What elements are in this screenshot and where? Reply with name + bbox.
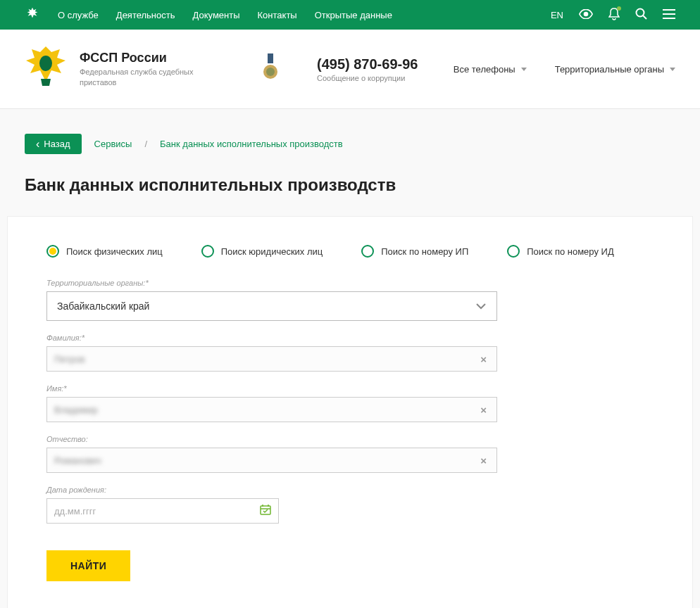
- top-navbar: О службе Деятельность Документы Контакты…: [0, 0, 700, 30]
- site-title: ФССП России: [80, 51, 220, 65]
- patronymic-label: Отчество:: [46, 435, 654, 443]
- name-value: Владимир: [54, 405, 477, 415]
- breadcrumb-current: Банк данных исполнительных производств: [160, 139, 343, 149]
- phone-number: (495) 870-69-96: [317, 56, 418, 72]
- radio-id-number[interactable]: Поиск по номеру ИД: [507, 245, 613, 258]
- breadcrumb-row: Назад Сервисы / Банк данных исполнительн…: [0, 109, 700, 168]
- radio-icon: [361, 245, 374, 258]
- radio-individuals[interactable]: Поиск физических лиц: [46, 245, 163, 258]
- radio-legal-entities[interactable]: Поиск юридических лиц: [201, 245, 323, 258]
- notifications-icon[interactable]: [608, 8, 620, 23]
- chevron-down-icon: [475, 303, 487, 310]
- page-title: Банк данных исполнительных производств: [0, 168, 700, 216]
- radio-icon: [46, 245, 59, 258]
- calendar-icon[interactable]: [260, 504, 271, 518]
- radio-label: Поиск юридических лиц: [221, 246, 323, 257]
- surname-input[interactable]: Петров ×: [46, 346, 497, 372]
- clear-icon[interactable]: ×: [477, 404, 489, 416]
- language-switch[interactable]: EN: [551, 10, 563, 20]
- svg-point-6: [39, 56, 52, 71]
- search-type-radios: Поиск физических лиц Поиск юридических л…: [46, 245, 654, 258]
- patronymic-value: Романович: [54, 455, 477, 466]
- svg-point-0: [585, 12, 588, 15]
- name-input[interactable]: Владимир ×: [46, 397, 497, 422]
- radio-icon: [201, 245, 214, 258]
- region-field: Территориальные органы:* Забайкальский к…: [46, 279, 654, 321]
- nav-open-data[interactable]: Открытые данные: [315, 10, 392, 20]
- dob-field: Дата рождения: дд.мм.гггг: [46, 486, 654, 524]
- search-form-panel: Поиск физических лиц Поиск юридических л…: [7, 216, 693, 608]
- nav-activity[interactable]: Деятельность: [116, 10, 175, 20]
- region-value: Забайкальский край: [57, 300, 149, 312]
- svg-point-9: [266, 68, 275, 76]
- territorial-label: Территориальные органы: [555, 64, 664, 75]
- top-right-controls: EN: [551, 8, 675, 23]
- top-nav-links: О службе Деятельность Документы Контакты…: [58, 10, 551, 20]
- surname-label: Фамилия:*: [46, 334, 654, 342]
- svg-line-2: [643, 15, 646, 19]
- radio-label: Поиск физических лиц: [66, 246, 163, 257]
- search-button[interactable]: НАЙТИ: [46, 550, 130, 581]
- breadcrumb-separator: /: [144, 139, 147, 149]
- surname-value: Петров: [54, 354, 477, 365]
- search-icon[interactable]: [635, 8, 647, 22]
- fssp-emblem-icon: [25, 45, 67, 93]
- svg-point-1: [637, 9, 644, 17]
- dob-placeholder: дд.мм.гггг: [54, 506, 260, 517]
- name-label: Имя:*: [46, 384, 654, 393]
- clear-icon[interactable]: ×: [477, 353, 489, 365]
- site-header: ФССП России Федеральная служба судебных …: [0, 30, 700, 109]
- nav-contacts[interactable]: Контакты: [258, 10, 297, 20]
- nav-documents[interactable]: Документы: [193, 10, 240, 20]
- svg-rect-7: [268, 53, 273, 63]
- back-button[interactable]: Назад: [25, 134, 82, 154]
- name-field: Имя:* Владимир ×: [46, 384, 654, 422]
- surname-field: Фамилия:* Петров ×: [46, 334, 654, 372]
- svg-rect-10: [261, 506, 270, 514]
- radio-icon: [507, 245, 520, 258]
- header-dropdowns: Все телефоны Территориальные органы: [454, 64, 675, 75]
- chevron-down-icon: [670, 68, 675, 71]
- medal-icon: [263, 53, 278, 84]
- site-subtitle: Федеральная служба судебных приставов: [80, 67, 220, 87]
- all-phones-label: Все телефоны: [454, 64, 515, 75]
- dob-label: Дата рождения:: [46, 486, 654, 494]
- all-phones-dropdown[interactable]: Все телефоны: [454, 64, 527, 75]
- territorial-dropdown[interactable]: Территориальные органы: [555, 64, 675, 75]
- breadcrumb-services[interactable]: Сервисы: [94, 139, 132, 149]
- clear-icon[interactable]: ×: [477, 455, 489, 467]
- accessibility-icon[interactable]: [579, 9, 593, 21]
- chevron-down-icon: [521, 68, 527, 71]
- menu-icon[interactable]: [663, 9, 675, 21]
- radio-ip-number[interactable]: Поиск по номеру ИП: [361, 245, 468, 258]
- site-title-block: ФССП России Федеральная служба судебных …: [80, 51, 220, 87]
- dob-input[interactable]: дд.мм.гггг: [46, 498, 279, 524]
- gov-emblem-icon: [25, 6, 40, 24]
- patronymic-field: Отчество: Романович ×: [46, 435, 654, 473]
- phone-block: (495) 870-69-96 Сообщение о коррупции: [317, 56, 418, 82]
- region-label: Территориальные органы:*: [46, 279, 654, 287]
- patronymic-input[interactable]: Романович ×: [46, 448, 497, 473]
- nav-about[interactable]: О службе: [58, 10, 99, 20]
- radio-label: Поиск по номеру ИД: [527, 246, 613, 257]
- radio-label: Поиск по номеру ИП: [381, 246, 468, 257]
- phone-caption: Сообщение о коррупции: [317, 74, 418, 82]
- region-select[interactable]: Забайкальский край: [46, 291, 497, 321]
